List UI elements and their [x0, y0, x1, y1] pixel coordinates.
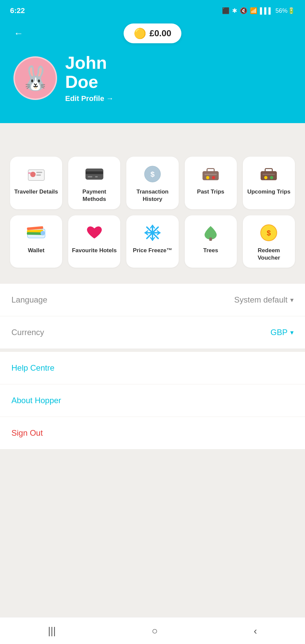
battery-text: 56%🔋 [275, 7, 295, 14]
currency-dropdown-arrow: ▾ [290, 328, 294, 336]
svg-text:$: $ [267, 229, 271, 237]
settings-section: Language System default ▾ Currency GBP ▾ [0, 284, 305, 348]
about-hopper-link: About Hopper [11, 396, 61, 405]
bottom-nav: ||| ○ ‹ [0, 617, 305, 644]
currency-label: Currency [11, 328, 44, 337]
profile-name: John Doe [65, 53, 114, 92]
svg-rect-25 [40, 231, 45, 235]
last-name: Doe [65, 72, 98, 92]
sign-out-link: Sign Out [11, 428, 43, 437]
sign-out-row[interactable]: Sign Out [0, 417, 305, 449]
menu-item-transaction-history[interactable]: $ Transaction History [126, 157, 178, 209]
menu-item-trees[interactable]: Trees [185, 215, 237, 268]
help-centre-row[interactable]: Help Centre [0, 352, 305, 384]
past-trips-label: Past Trips [197, 188, 224, 196]
profile-info: John Doe Edit Profile → [65, 53, 114, 103]
traveller-details-icon [27, 165, 46, 183]
status-bar: 6:22 ⬛ ✱ 🔇 📶 ▌▌▌ 56%🔋 [0, 0, 305, 20]
bluetooth-icon: ✱ [232, 7, 237, 14]
language-row[interactable]: Language System default ▾ [0, 284, 305, 316]
profile-section: 🐰 John Doe Edit Profile → [10, 53, 295, 123]
upcoming-trips-icon [259, 165, 278, 183]
hero-section: ← 🟡 £0.00 🐰 John Doe Edit Profile → [0, 20, 305, 123]
menu-item-redeem-voucher[interactable]: $ Redeem Voucher [243, 215, 295, 268]
transaction-history-icon: $ [143, 165, 162, 183]
language-dropdown-arrow: ▾ [290, 296, 294, 304]
nav-menu-icon[interactable]: ||| [48, 625, 56, 637]
svg-text:$: $ [150, 170, 155, 178]
menu-item-payment-methods[interactable]: Payment Methods [68, 157, 120, 209]
menu-item-traveller-details[interactable]: Traveller Details [10, 157, 62, 209]
currency-row[interactable]: Currency GBP ▾ [0, 316, 305, 348]
nav-home-icon[interactable]: ○ [152, 625, 158, 637]
svg-rect-15 [205, 174, 217, 175]
svg-point-14 [212, 176, 215, 179]
menu-item-wallet[interactable]: Wallet [10, 215, 62, 268]
status-icons: ⬛ ✱ 🔇 📶 ▌▌▌ 56%🔋 [222, 7, 295, 14]
record-icon: ⬛ [222, 7, 229, 14]
svg-point-18 [264, 176, 268, 179]
nav-back-icon[interactable]: ‹ [254, 625, 257, 637]
svg-point-19 [270, 176, 273, 179]
price-freeze-label: Price Freeze™ [133, 247, 172, 254]
first-name: John [65, 53, 107, 72]
menu-row-1: Traveller Details Payment Methods $ T [10, 157, 295, 209]
mute-icon: 🔇 [240, 7, 247, 14]
svg-rect-20 [263, 174, 275, 175]
favourite-hotels-label: Favourite Hotels [72, 247, 117, 254]
about-hopper-row[interactable]: About Hopper [0, 384, 305, 417]
wave-separator [0, 123, 305, 143]
svg-rect-3 [36, 174, 41, 176]
wallet-label: Wallet [28, 247, 44, 254]
menu-item-favourite-hotels[interactable]: Favourite Hotels [68, 215, 120, 268]
balance-amount: £0.00 [149, 28, 171, 39]
language-label: Language [11, 295, 47, 305]
currency-value: GBP ▾ [270, 328, 294, 337]
trees-icon [201, 223, 220, 242]
past-trips-icon [201, 165, 220, 183]
upcoming-trips-label: Upcoming Trips [247, 188, 290, 196]
balance-pill[interactable]: 🟡 £0.00 [124, 23, 181, 43]
links-section: Help Centre About Hopper Sign Out [0, 352, 305, 449]
svg-rect-4 [28, 172, 31, 174]
signal-icon: ▌▌▌ [260, 7, 273, 14]
menu-row-2: Wallet Favourite Hotels [10, 215, 295, 268]
favourite-hotels-icon [85, 223, 104, 242]
price-freeze-icon [143, 223, 162, 242]
svg-rect-2 [36, 172, 42, 173]
menu-item-upcoming-trips[interactable]: Upcoming Trips [243, 157, 295, 209]
help-centre-link: Help Centre [11, 363, 54, 372]
language-value: System default ▾ [234, 295, 294, 305]
back-button[interactable]: ← [10, 25, 27, 42]
coin-icon: 🟡 [134, 28, 146, 39]
edit-profile-link[interactable]: Edit Profile → [65, 94, 114, 103]
wallet-icon [27, 223, 46, 242]
payment-methods-label: Payment Methods [72, 188, 117, 203]
svg-rect-38 [209, 237, 212, 241]
svg-rect-8 [95, 176, 98, 177]
avatar: 🐰 [13, 56, 57, 100]
menu-item-past-trips[interactable]: Past Trips [185, 157, 237, 209]
redeem-voucher-label: Redeem Voucher [246, 247, 292, 262]
menu-item-price-freeze[interactable]: Price Freeze™ [126, 215, 178, 268]
svg-point-13 [206, 176, 210, 179]
svg-rect-6 [86, 171, 103, 174]
avatar-image: 🐰 [15, 58, 56, 99]
payment-methods-icon [85, 165, 104, 183]
svg-point-1 [30, 172, 36, 177]
wifi-icon: 📶 [250, 7, 257, 14]
back-arrow-icon: ← [14, 28, 23, 39]
status-time: 6:22 [10, 6, 25, 15]
redeem-voucher-icon: $ [259, 223, 278, 242]
traveller-details-label: Traveller Details [14, 188, 58, 196]
menu-grid-section: Traveller Details Payment Methods $ T [0, 143, 305, 280]
svg-rect-7 [88, 176, 92, 177]
trees-label: Trees [203, 247, 218, 254]
transaction-history-label: Transaction History [130, 188, 175, 203]
